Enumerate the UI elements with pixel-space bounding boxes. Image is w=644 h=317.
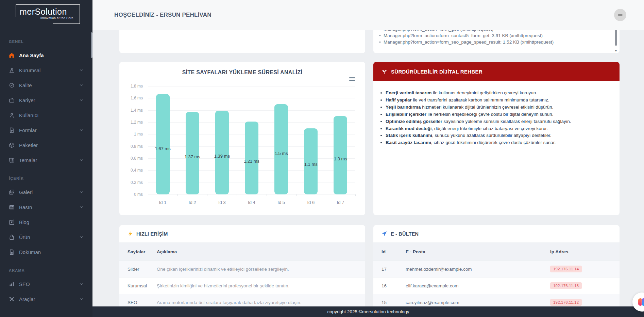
x-axis-category-label: Id 1: [149, 200, 176, 205]
sidebar-item-kullanici[interactable]: Kullanıcı: [0, 108, 92, 123]
sidebar-nav: GENELAna SayfaKurumsalKaliteKariyerKulla…: [0, 35, 92, 306]
logo[interactable]: merSolution Innovation at the Core: [16, 4, 80, 26]
sidebar-item-label: Temalar: [19, 157, 37, 163]
x-axis-tick: [207, 194, 207, 196]
chevron-down-icon: [79, 282, 84, 286]
sidebar-item-urun[interactable]: Ürün: [0, 229, 92, 244]
sidebar-item-kariyer[interactable]: Kariyer: [0, 93, 92, 108]
guide-list: Enerji verimli tasarım ile kullanıcı den…: [386, 90, 610, 146]
x-axis-tick: [355, 194, 356, 196]
logo-frame-line: [16, 4, 80, 5]
column-header-email: E - Posta: [406, 249, 550, 254]
chevron-down-icon: [79, 205, 84, 209]
guide-item: Optimize edilmiş görseller sayesinde yük…: [386, 118, 610, 125]
sidebar-item-paketler[interactable]: Paketler: [0, 138, 92, 153]
sidebar-item-label: Kullanıcı: [19, 112, 39, 118]
column-header-id: Id: [373, 249, 406, 254]
description-cell: Arama motorlarında üst sıralara taşıyara…: [157, 300, 365, 305]
email-cell: can.yilmaz@example.com: [406, 300, 550, 305]
column-header-pages: Sayfalar: [119, 249, 157, 254]
id-cell: 17: [373, 267, 406, 272]
sustainability-card-header: SÜRDÜRÜLEBİLİR DİJİTAL REHBER: [373, 62, 620, 81]
sidebar-item-label: Ürün: [19, 234, 30, 240]
bar-value-label: 1.3 ms: [330, 156, 351, 161]
sidebar-item-label: Doküman: [19, 249, 41, 255]
logo-frame-line: [16, 4, 16, 17]
email-cell: elif.karaca@example.com: [406, 283, 550, 288]
y-axis-tick-label: 0.2 ms: [119, 180, 143, 185]
chart-menu-icon[interactable]: [349, 77, 355, 81]
guide-item: Basit arayüz tasarımı, cihaz gücü tüketi…: [386, 139, 610, 146]
sidebar-item-ana-sayfa[interactable]: Ana Sayfa: [0, 48, 92, 63]
y-axis-tick-label: 1.4 ms: [119, 108, 143, 113]
sidebar-item-galeri[interactable]: Galeri: [0, 185, 92, 200]
sidebar-section-label: GENEL: [0, 35, 92, 48]
gallery-icon: [8, 189, 15, 195]
x-axis-category-label: Id 5: [268, 200, 295, 205]
tools-icon: [8, 296, 15, 302]
request-item-partial: Manager.php?form_action=form_get: (xmlht…: [384, 30, 620, 32]
requests-scrollbar-thumb[interactable]: [615, 30, 617, 46]
sidebar-item-formlar[interactable]: Formlar: [0, 123, 92, 138]
x-axis-category-label: Id 3: [208, 200, 236, 205]
chevron-down-icon: [79, 98, 84, 102]
blog-edit-icon: [8, 219, 15, 225]
profile-avatar[interactable]: [614, 9, 626, 21]
newsletter-table-header: Id E - Posta Ip Adres: [373, 243, 620, 260]
sidebar-item-label: Galeri: [19, 189, 33, 195]
brain-icon: [638, 298, 644, 306]
sidebar-item-blog[interactable]: Blog: [0, 215, 92, 229]
quick-access-table-header: Sayfalar Açıklama: [119, 243, 365, 260]
sidebar-item-kurumsal[interactable]: Kurumsal: [0, 63, 92, 78]
sidebar-item-basin[interactable]: Basın: [0, 200, 92, 215]
quality-badge-icon: [8, 82, 15, 89]
chevron-down-icon: [79, 68, 84, 73]
ip-cell: 192.176.11.14: [550, 266, 620, 272]
id-cell: 16: [373, 283, 406, 288]
table-row-newsletter-17: 17mehmet.ozdemir@example.com192.176.11.1…: [373, 260, 620, 277]
y-axis-tick-label: 1.2 ms: [119, 120, 143, 125]
shopping-bag-icon: [8, 234, 15, 240]
newsletter-title: E - BÜLTEN: [391, 231, 419, 237]
corporate-person-icon: [8, 67, 15, 74]
sidebar-item-dokuman[interactable]: Doküman: [0, 244, 92, 259]
y-axis-tick-label: 0 ms: [119, 192, 143, 197]
chevron-down-icon: [79, 190, 84, 194]
newsletter-card: E - BÜLTEN Id E - Posta Ip Adres 17mehme…: [373, 225, 620, 317]
x-axis-category-label: Id 4: [238, 200, 265, 205]
ip-badge: 192.176.11.13: [550, 282, 582, 289]
sidebar-item-araclar[interactable]: Araçlar: [0, 291, 92, 306]
package-box-icon: [8, 142, 15, 148]
request-item: Manager.php?form_action=form_seo_page_sp…: [384, 39, 620, 45]
x-axis-tick: [148, 194, 148, 196]
sidebar-item-temalar[interactable]: Temalar: [0, 153, 92, 168]
sidebar-item-label: Blog: [19, 219, 29, 225]
briefcase-icon: [8, 97, 15, 104]
y-axis-tick-label: 1.8 ms: [119, 84, 143, 89]
app-root: { "colors": { "sidebar_bg": "#242a35", "…: [0, 0, 644, 317]
chart-bar-id-4: [245, 122, 258, 194]
requests-card: Manager.php?form_action=form_get: (xmlht…: [373, 30, 620, 53]
logo-frame-line: [80, 4, 80, 24]
sidebar-section-label: İÇERİK: [0, 172, 92, 185]
y-axis-tick-label: 1.6 ms: [119, 96, 143, 100]
clipped-card-left: [119, 30, 365, 53]
newspaper-icon: [8, 204, 15, 210]
newsletter-card-header: E - BÜLTEN: [373, 225, 620, 243]
bar-value-label: 1.21 ms: [241, 159, 262, 164]
guide-item: Statik içerik kullanımı, sunucu yükünü a…: [386, 132, 610, 139]
chevron-down-icon: [79, 297, 84, 301]
table-row-newsletter-16: 16elif.karaca@example.com192.176.11.13: [373, 277, 620, 294]
chart-bar-id-3: [215, 111, 229, 194]
form-document-icon: [8, 127, 15, 133]
quick-access-card-header: HIZLI ERİŞİM: [119, 225, 365, 243]
scroll-down-arrow-icon[interactable]: ▼: [614, 49, 617, 52]
chart-plot-area: 1.67 msId 11.37 msId 21.39 msId 31.21 ms…: [148, 86, 355, 194]
sidebar-item-kalite[interactable]: Kalite: [0, 78, 92, 93]
y-axis-tick-label: 1 ms: [119, 132, 143, 137]
chevron-down-icon: [79, 158, 84, 162]
request-list: Manager.php?form_action=form_get: (xmlht…: [373, 30, 620, 45]
bar-value-label: 1.37 ms: [182, 154, 203, 159]
sidebar-item-seo[interactable]: SEO: [0, 276, 92, 291]
x-axis-tick: [267, 194, 267, 196]
